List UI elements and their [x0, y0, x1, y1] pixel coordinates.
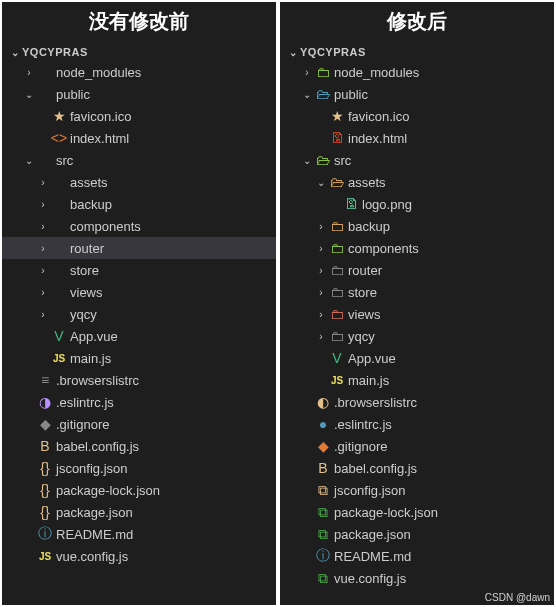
chevron-right-icon[interactable]: ›	[36, 177, 50, 188]
chevron-down-icon[interactable]: ⌄	[300, 89, 314, 100]
chevron-right-icon[interactable]: ›	[36, 309, 50, 320]
file-label: components	[70, 219, 141, 234]
file-label: logo.png	[362, 197, 412, 212]
chevron-down-icon[interactable]: ⌄	[300, 155, 314, 166]
tree-row[interactable]: ›components	[2, 215, 276, 237]
chevron-right-icon[interactable]: ›	[314, 221, 328, 232]
tree-row[interactable]: ›store	[2, 259, 276, 281]
file-label: assets	[348, 175, 386, 190]
tree-row[interactable]: JSmain.js	[2, 347, 276, 369]
tree-row[interactable]: ›yqcy	[2, 303, 276, 325]
tree-row[interactable]: ›node_modules	[2, 61, 276, 83]
tree-row[interactable]: ⓘREADME.md	[2, 523, 276, 545]
file-icon: {}	[36, 460, 54, 476]
tree-row[interactable]: ★favicon.ico	[280, 105, 554, 127]
file-icon: B	[314, 460, 332, 476]
file-label: public	[334, 87, 368, 102]
tree-row[interactable]: ⧉package.json	[280, 523, 554, 545]
chevron-right-icon[interactable]: ›	[314, 331, 328, 342]
tree-row[interactable]: ›🗀backup	[280, 215, 554, 237]
chevron-right-icon[interactable]: ›	[314, 265, 328, 276]
chevron-right-icon[interactable]: ›	[36, 199, 50, 210]
project-header-before[interactable]: ⌄ YQCYPRAS	[2, 43, 276, 61]
tree-row[interactable]: ★favicon.ico	[2, 105, 276, 127]
chevron-down-icon[interactable]: ⌄	[22, 155, 36, 166]
tree-row[interactable]: ›🗀router	[280, 259, 554, 281]
tree-row[interactable]: ›backup	[2, 193, 276, 215]
chevron-right-icon[interactable]: ›	[314, 287, 328, 298]
panel-after: 修改后 ⌄ YQCYPRAS ›🗀node_modules⌄🗁public★fa…	[280, 2, 554, 605]
tree-row[interactable]: ●.eslintrc.js	[280, 413, 554, 435]
tree-row[interactable]: {}package.json	[2, 501, 276, 523]
tree-row[interactable]: ⌄src	[2, 149, 276, 171]
file-icon: ◆	[36, 416, 54, 432]
tree-row[interactable]: ›views	[2, 281, 276, 303]
chevron-right-icon[interactable]: ›	[36, 221, 50, 232]
file-icon: JS	[36, 551, 54, 562]
chevron-down-icon[interactable]: ⌄	[314, 177, 328, 188]
file-icon: 🗁	[314, 152, 332, 168]
tree-row[interactable]: JSmain.js	[280, 369, 554, 391]
file-label: router	[70, 241, 104, 256]
tree-row[interactable]: {}package-lock.json	[2, 479, 276, 501]
chevron-right-icon[interactable]: ›	[36, 287, 50, 298]
chevron-down-icon[interactable]: ⌄	[22, 89, 36, 100]
file-icon: ⓘ	[314, 547, 332, 565]
chevron-right-icon[interactable]: ›	[300, 67, 314, 78]
file-label: .gitignore	[334, 439, 387, 454]
tree-row[interactable]: Bbabel.config.js	[280, 457, 554, 479]
file-label: backup	[70, 197, 112, 212]
tree-row[interactable]: ◆.gitignore	[2, 413, 276, 435]
file-icon: 🗀	[314, 64, 332, 80]
tree-row[interactable]: ◆.gitignore	[280, 435, 554, 457]
file-label: components	[348, 241, 419, 256]
tree-row[interactable]: 🖻logo.png	[280, 193, 554, 215]
panel-title-before: 没有修改前	[2, 2, 276, 43]
tree-row[interactable]: ⌄🗁src	[280, 149, 554, 171]
tree-row[interactable]: ◑.eslintrc.js	[2, 391, 276, 413]
tree-row[interactable]: ⓘREADME.md	[280, 545, 554, 567]
tree-row[interactable]: ›🗀node_modules	[280, 61, 554, 83]
tree-row[interactable]: ›🗀yqcy	[280, 325, 554, 347]
project-header-after[interactable]: ⌄ YQCYPRAS	[280, 43, 554, 61]
file-label: package.json	[56, 505, 133, 520]
tree-row[interactable]: <>index.html	[2, 127, 276, 149]
file-icon: 🗀	[328, 218, 346, 234]
tree-row[interactable]: {}jsconfig.json	[2, 457, 276, 479]
tree-row[interactable]: ⌄public	[2, 83, 276, 105]
tree-row[interactable]: ›assets	[2, 171, 276, 193]
chevron-down-icon: ⌄	[8, 47, 22, 58]
tree-row[interactable]: ›router	[2, 237, 276, 259]
tree-row[interactable]: ›🗀views	[280, 303, 554, 325]
file-icon: ⧉	[314, 526, 332, 543]
file-icon: 🖻	[328, 130, 346, 146]
tree-row[interactable]: ≡.browserslistrc	[2, 369, 276, 391]
tree-row[interactable]: VApp.vue	[280, 347, 554, 369]
file-icon: B	[36, 438, 54, 454]
file-icon: V	[328, 350, 346, 366]
tree-row[interactable]: ⧉vue.config.js	[280, 567, 554, 589]
chevron-right-icon[interactable]: ›	[314, 309, 328, 320]
chevron-right-icon[interactable]: ›	[36, 243, 50, 254]
tree-row[interactable]: ⧉jsconfig.json	[280, 479, 554, 501]
file-label: babel.config.js	[56, 439, 139, 454]
tree-row[interactable]: ◐.browserslistrc	[280, 391, 554, 413]
file-label: favicon.ico	[70, 109, 131, 124]
file-icon: 🗀	[328, 284, 346, 300]
tree-row[interactable]: JSvue.config.js	[2, 545, 276, 567]
file-label: .eslintrc.js	[334, 417, 392, 432]
tree-row[interactable]: ⌄🗁assets	[280, 171, 554, 193]
chevron-right-icon[interactable]: ›	[36, 265, 50, 276]
file-label: vue.config.js	[334, 571, 406, 586]
tree-row[interactable]: 🖻index.html	[280, 127, 554, 149]
file-label: App.vue	[70, 329, 118, 344]
chevron-right-icon[interactable]: ›	[314, 243, 328, 254]
tree-row[interactable]: ⌄🗁public	[280, 83, 554, 105]
tree-row[interactable]: ⧉package-lock.json	[280, 501, 554, 523]
file-icon: 🖻	[342, 196, 360, 212]
tree-row[interactable]: ›🗀store	[280, 281, 554, 303]
tree-row[interactable]: VApp.vue	[2, 325, 276, 347]
tree-row[interactable]: ›🗀components	[280, 237, 554, 259]
chevron-right-icon[interactable]: ›	[22, 67, 36, 78]
tree-row[interactable]: Bbabel.config.js	[2, 435, 276, 457]
